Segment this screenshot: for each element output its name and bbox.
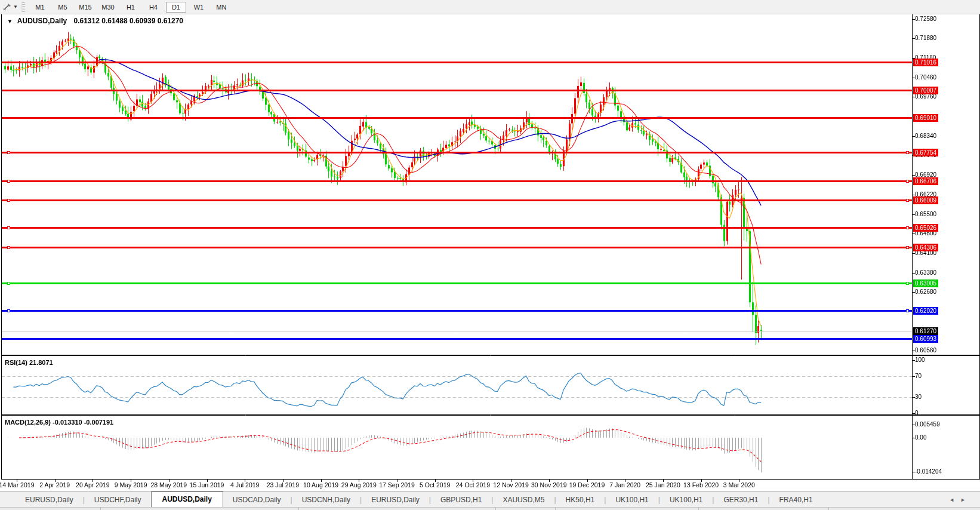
chart-tab-ger30-h1[interactable]: GER30,H1	[714, 493, 768, 507]
chart-tab-usdchf-daily[interactable]: USDCHF,Daily	[85, 493, 151, 507]
price-line-label-0.70007[interactable]: 0.70007	[913, 87, 938, 94]
date-axis-label: 28 May 2019	[150, 481, 187, 489]
date-axis-label: 30 Nov 2019	[531, 481, 567, 489]
date-axis-label: 19 Dec 2019	[569, 481, 605, 489]
date-axis-label: 2 Apr 2019	[39, 481, 70, 489]
macd-axis-tick: -0.014204	[915, 468, 942, 475]
tab-scroll-arrows[interactable]: ◄►	[949, 497, 972, 503]
date-axis-label: 3 Mar 2020	[723, 481, 755, 489]
rsi-axis-tick: 0	[915, 410, 919, 416]
price-axis-tick: 0.62680	[915, 288, 936, 295]
date-axis-label: 12 Nov 2019	[493, 481, 529, 489]
timeframe-button-m15[interactable]: M15	[75, 2, 95, 13]
timeframe-buttons: M1M5M15M30H1H4D1W1MN	[29, 1, 233, 13]
date-axis-label: 13 Feb 2020	[683, 481, 719, 489]
date-axis-label: 9 May 2019	[115, 481, 147, 489]
statusbar-divider	[555, 508, 556, 510]
date-axis-label: 24 Oct 2019	[456, 481, 490, 489]
chart-title-bar: ▼ AUDUSD,Daily 0.61312 0.61488 0.60939 0…	[7, 17, 183, 25]
chart-tab-xauusd-m5[interactable]: XAUUSD,M5	[493, 493, 554, 507]
statusbar-divider	[100, 508, 101, 510]
statusbar-divider	[495, 508, 496, 510]
date-axis-label: 14 Mar 2019	[0, 481, 34, 489]
rsi-axis-tick: 100	[915, 357, 925, 363]
chart-tab-eurusd-daily[interactable]: EURUSD,Daily	[16, 493, 83, 507]
toolbar-grip-handle[interactable]	[21, 2, 25, 12]
crosshair-pointer-icon[interactable]	[2, 2, 12, 12]
price-line-label-0.64306[interactable]: 0.64306	[913, 244, 938, 251]
price-line-label-0.60993[interactable]: 0.60993	[913, 335, 938, 343]
date-axis-label: 7 Jan 2020	[609, 481, 640, 489]
chart-tab-usdcnh-daily[interactable]: USDCNH,Daily	[292, 493, 360, 507]
timeframe-button-h1[interactable]: H1	[121, 2, 141, 13]
price-line-label-0.71016[interactable]: 0.71016	[913, 59, 938, 66]
price-axis-tick: 0.69760	[915, 93, 936, 100]
price-line-label-0.65026[interactable]: 0.65026	[913, 224, 938, 232]
status-bar	[0, 507, 980, 510]
macd-axis-tick: 0.005459	[915, 421, 940, 428]
macd-axis-tick: 0.00	[915, 434, 926, 441]
chart-tab-gbpusd-h1[interactable]: GBPUSD,H1	[431, 493, 491, 507]
statusbar-divider	[828, 508, 829, 510]
price-line-label-0.69010[interactable]: 0.69010	[913, 114, 938, 122]
statusbar-divider	[298, 508, 299, 510]
date-axis-label: 29 Aug 2019	[341, 481, 377, 489]
tool-dropdown-caret-icon[interactable]: ▼	[13, 4, 18, 10]
rsi-axis-tick: 30	[915, 394, 922, 400]
price-line-label-0.66009[interactable]: 0.66009	[913, 196, 938, 204]
chart-ohlc-values: 0.61312 0.61488 0.60939 0.61270	[74, 17, 184, 25]
timeframe-toolbar: ▼ M1M5M15M30H1H4D1W1MN	[0, 0, 980, 14]
symbol-dropdown-caret-icon[interactable]: ▼	[7, 19, 13, 24]
date-axis-label: 23 Jul 2019	[267, 481, 299, 489]
price-axis-tick: 0.60560	[915, 347, 936, 354]
price-line-label-0.67754[interactable]: 0.67754	[913, 149, 938, 156]
date-axis-label: 15 Jun 2019	[190, 481, 224, 489]
chart-tab-uk100-h1[interactable]: UK100,H1	[606, 493, 658, 507]
price-chart-canvas[interactable]	[0, 0, 980, 510]
price-axis-tick: 0.71880	[915, 35, 936, 41]
date-axis-label: 5 Oct 2019	[420, 481, 450, 489]
date-axis-label: 17 Sep 2019	[379, 481, 415, 489]
date-axis-label: 25 Jan 2020	[646, 481, 680, 489]
rsi-indicator-label: RSI(14) 21.8071	[5, 359, 53, 366]
price-line-label-0.62020[interactable]: 0.62020	[913, 307, 938, 315]
price-axis-tick: 0.63380	[915, 269, 936, 276]
chart-tab-bar: EURUSD,Daily|USDCHF,DailyAUDUSD,DailyUSD…	[0, 491, 980, 507]
timeframe-button-h4[interactable]: H4	[143, 2, 164, 13]
price-axis-tick: 0.65500	[915, 211, 936, 217]
date-axis-label: 4 Jul 2019	[230, 481, 259, 489]
timeframe-button-d1[interactable]: D1	[166, 2, 186, 13]
rsi-axis-tick: 70	[915, 373, 922, 379]
tab-scroll-right-icon[interactable]: ►	[960, 497, 972, 503]
price-axis-tick: 0.70460	[915, 74, 936, 81]
tab-scroll-left-icon[interactable]: ◄	[949, 497, 960, 503]
chart-tab-uk100-h1[interactable]: UK100,H1	[660, 493, 712, 507]
statusbar-divider	[698, 508, 699, 510]
timeframe-button-w1[interactable]: W1	[189, 2, 209, 13]
chart-symbol-period: AUDUSD,Daily	[17, 17, 67, 25]
macd-indicator-label: MACD(12,26,9) -0.013310 -0.007191	[5, 419, 113, 426]
date-axis-label: 20 Apr 2019	[76, 481, 110, 489]
date-axis-label: 10 Aug 2019	[303, 481, 338, 489]
price-line-label-0.61270[interactable]: 0.61270	[913, 327, 938, 335]
chart-tab-eurusd-daily[interactable]: EURUSD,Daily	[362, 493, 429, 507]
price-axis-tick: 0.72580	[915, 16, 936, 22]
price-line-label-0.63005[interactable]: 0.63005	[913, 279, 938, 287]
chart-tab-fra40-h1[interactable]: FRA40,H1	[770, 493, 822, 507]
timeframe-button-m1[interactable]: M1	[30, 2, 50, 13]
price-line-label-0.66706[interactable]: 0.66706	[913, 177, 938, 185]
timeframe-button-mn[interactable]: MN	[211, 2, 232, 13]
timeframe-button-m30[interactable]: M30	[98, 2, 118, 13]
price-axis-tick: 0.68340	[915, 133, 936, 139]
chart-tab-audusd-daily[interactable]: AUDUSD,Daily	[151, 491, 223, 507]
chart-tab-usdcad-daily[interactable]: USDCAD,Daily	[223, 493, 291, 507]
timeframe-button-m5[interactable]: M5	[53, 2, 73, 13]
chart-tab-hk50-h1[interactable]: HK50,H1	[556, 493, 605, 507]
